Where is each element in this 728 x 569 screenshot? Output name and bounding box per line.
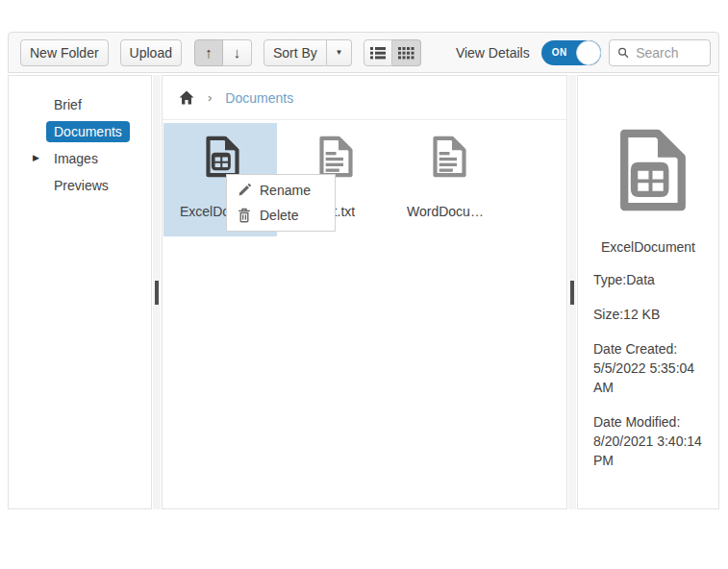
upload-button[interactable]: Upload [120, 39, 182, 66]
content-area: Brief Documents ▶ Images Previews › [8, 75, 719, 509]
details-created-value: 5/5/2022 5:35:04 AM [593, 359, 703, 397]
details-type: Type:Data [593, 270, 703, 289]
breadcrumb-separator-icon: › [208, 90, 212, 105]
home-icon[interactable] [179, 90, 194, 105]
switch-knob[interactable] [576, 40, 601, 65]
details-created: Date Created: 5/5/2022 5:35:04 AM [593, 339, 703, 397]
details-modified-label: Date Modified: [593, 412, 703, 432]
sort-descending-button[interactable]: ↓ [223, 39, 252, 66]
view-details-switch[interactable]: ON [541, 40, 601, 65]
breadcrumb: › Documents [163, 76, 566, 120]
splitter-left-handle[interactable] [155, 281, 159, 305]
folder-tree: Brief Documents ▶ Images Previews [8, 75, 152, 509]
file-manager: New Folder Upload ↑ ↓ Sort By ▼ [8, 32, 719, 511]
text-file-icon [314, 136, 353, 178]
menu-item-label: Rename [260, 183, 311, 198]
sort-by-button[interactable]: Sort By [264, 39, 327, 66]
file-tile-worddocument[interactable]: WordDocument [390, 123, 504, 236]
file-list-panel: › Documents ExcelDocument [162, 75, 567, 509]
tree-item-label: Brief [9, 97, 82, 112]
sort-ascending-button[interactable]: ↑ [194, 39, 223, 66]
tree-item-label: Images [9, 151, 98, 166]
grid-view-icon [398, 46, 414, 60]
splitter-right-handle[interactable] [570, 281, 574, 305]
view-details-label: View Details [456, 45, 530, 61]
details-file-name: ExcelDocument [593, 239, 703, 255]
list-view-button[interactable] [364, 39, 392, 66]
context-menu-item-delete[interactable]: Delete [227, 203, 335, 228]
details-panel: ExcelDocument Type:Data Size:12 KB Date … [577, 75, 719, 509]
menu-item-label: Delete [260, 208, 298, 223]
details-created-label: Date Created: [593, 339, 703, 359]
switch-on-label: ON [552, 47, 567, 58]
caret-down-icon: ▼ [335, 48, 342, 57]
view-toggle-group [364, 39, 421, 66]
excel-file-icon [201, 136, 239, 178]
toolbar: New Folder Upload ↑ ↓ Sort By ▼ [8, 32, 719, 73]
text-file-icon [428, 136, 466, 178]
file-name-label: WordDocument [407, 204, 488, 219]
sort-by-dropdown-button[interactable]: ▼ [327, 39, 352, 66]
pencil-icon [237, 183, 252, 198]
details-modified-value: 8/20/2021 3:40:14 PM [593, 432, 703, 470]
excel-file-preview-icon [610, 129, 687, 211]
details-size: Size:12 KB [593, 305, 703, 324]
list-view-icon [370, 46, 386, 60]
tree-item-previews[interactable]: Previews [9, 172, 151, 199]
splitter-right[interactable] [568, 75, 576, 509]
context-menu-item-rename[interactable]: Rename [227, 178, 335, 203]
tree-item-images[interactable]: ▶ Images [9, 145, 151, 172]
arrow-up-icon: ↑ [205, 45, 213, 60]
arrow-down-icon: ↓ [234, 45, 241, 60]
tree-item-label: Previews [9, 178, 109, 193]
sort-by-split-button: Sort By ▼ [264, 39, 352, 66]
splitter-left[interactable] [153, 75, 161, 509]
breadcrumb-item-documents[interactable]: Documents [225, 90, 293, 106]
search-input[interactable] [636, 45, 704, 61]
details-meta: Type:Data Size:12 KB Date Created: 5/5/2… [593, 270, 703, 470]
search-box [609, 39, 711, 66]
tree-item-brief[interactable]: Brief [9, 91, 151, 118]
details-modified: Date Modified: 8/20/2021 3:40:14 PM [593, 412, 703, 470]
tree-item-documents[interactable]: Documents [9, 118, 151, 145]
search-icon [617, 45, 630, 61]
sort-direction-group: ↑ ↓ [194, 39, 252, 66]
context-menu: Rename Delete [226, 174, 336, 232]
file-tiles: ExcelDocument Text.txt [163, 120, 566, 236]
trash-icon [237, 208, 252, 223]
tree-item-label-selected: Documents [46, 121, 130, 142]
expand-arrow-icon[interactable]: ▶ [33, 154, 39, 162]
new-folder-button[interactable]: New Folder [20, 39, 109, 66]
grid-view-button[interactable] [392, 39, 421, 66]
